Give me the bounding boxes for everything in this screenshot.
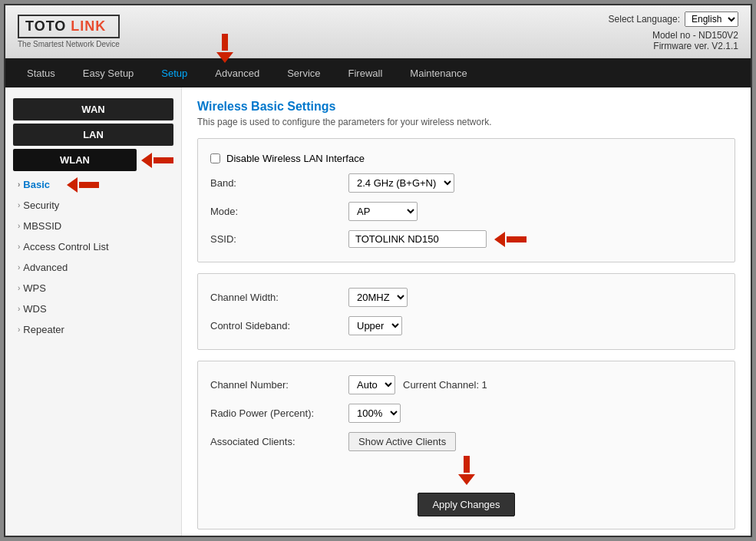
nav-advanced[interactable]: Advanced [201,58,273,87]
logo-area: TOTO LINK The Smartest Network Device [18,15,120,48]
channel-number-control: Auto 123 456 Current Channel: 1 [348,375,487,394]
radio-power-select[interactable]: 100% 75% 50% 25% [348,404,401,423]
ssid-control [348,230,527,248]
radio-power-row: Radio Power (Percent): 100% 75% 50% 25% [210,399,722,427]
basic-arrow [67,177,99,193]
section-power: Channel Number: Auto 123 456 Current Cha… [197,361,735,529]
content-area: Wireless Basic Settings This page is use… [182,87,751,536]
firmware-version: Firmware ver. V2.1.1 [609,41,738,51]
sidebar-mbssid[interactable]: › MBSSID [5,216,181,236]
sidebar-wlan-btn[interactable]: WLAN [13,149,137,171]
nav-container: Status Easy Setup Setup Advanced Service… [5,58,751,87]
disable-wireless-label: Disable Wireless LAN Interface [226,153,365,164]
show-clients-button[interactable]: Show Active Clients [348,432,456,451]
channel-number-select[interactable]: Auto 123 456 [348,375,395,394]
sideband-row: Control Sideband: Upper Lower [210,312,722,340]
mbssid-chevron: › [18,222,20,230]
channel-width-label: Channel Width: [210,292,348,303]
wlan-arrow [141,153,173,168]
radio-power-control: 100% 75% 50% 25% [348,404,401,423]
model-number: Model no - ND150V2 [609,30,738,41]
associated-label: Associated Clients: [210,436,348,447]
sideband-select[interactable]: Upper Lower [348,316,402,335]
channel-number-label: Channel Number: [210,379,348,391]
sidebar-wps[interactable]: › WPS [5,278,181,299]
channel-width-control: 20MHZ 40MHZ [348,288,408,307]
mode-select[interactable]: AP Client WDS AP+WDS [348,202,418,221]
acl-chevron: › [18,242,20,251]
ssid-arrow [494,232,527,247]
ssid-input[interactable] [348,230,487,248]
disable-wireless-checkbox[interactable] [210,153,220,163]
mode-row: Mode: AP Client WDS AP+WDS [210,197,722,226]
wds-chevron: › [18,305,20,313]
sideband-control: Upper Lower [348,316,402,335]
main-area: WAN LAN WLAN › Basic › [5,87,751,536]
ssid-label: SSID: [210,233,348,245]
sidebar-advanced[interactable]: › Advanced [5,257,181,278]
setup-arrow-indicator [216,34,233,63]
nav-service[interactable]: Service [273,58,334,87]
logo-toto: TOTO [25,18,66,34]
section-basic: Disable Wireless LAN Interface Band: 2.4… [197,138,735,262]
band-control: 2.4 GHz (B+G+N) 2.4 GHz (B+G) 2.4 GHz (N… [348,173,454,193]
security-chevron: › [18,201,20,209]
logo-tagline: The Smartest Network Device [18,40,120,48]
associated-control: Show Active Clients [348,432,456,451]
sidebar-acl[interactable]: › Access Control List [5,236,181,257]
nav-easy-setup[interactable]: Easy Setup [69,58,148,87]
header-right: Select Language: English Model no - ND15… [609,12,738,51]
nav-status[interactable]: Status [13,58,69,87]
channel-number-row: Channel Number: Auto 123 456 Current Cha… [210,371,722,399]
nav-firewall[interactable]: Firewall [335,58,397,87]
sideband-label: Control Sideband: [210,320,348,332]
sidebar-basic[interactable]: › Basic [5,174,62,195]
band-row: Band: 2.4 GHz (B+G+N) 2.4 GHz (B+G) 2.4 … [210,169,722,197]
ssid-row: SSID: [210,226,722,252]
nav-maintenance[interactable]: Maintenance [396,58,480,87]
page-description: This page is used to configure the param… [197,117,735,127]
lang-label: Select Language: [609,14,680,25]
page-title: Wireless Basic Settings [197,100,735,114]
sidebar-repeater[interactable]: › Repeater [5,319,181,340]
sidebar-wds[interactable]: › WDS [5,299,181,319]
apply-arrow-container: Apply Changes [210,456,722,516]
sidebar-lan-btn[interactable]: LAN [13,124,173,146]
apply-changes-button[interactable]: Apply Changes [418,493,514,516]
logo-link: LINK [71,18,106,34]
apply-arrow [458,456,475,485]
band-label: Band: [210,177,348,189]
logo: TOTO LINK [18,15,120,38]
mode-control: AP Client WDS AP+WDS [348,202,418,221]
sidebar: WAN LAN WLAN › Basic › [5,87,182,536]
associated-row: Associated Clients: Show Active Clients [210,427,722,456]
basic-chevron: › [18,180,20,189]
lang-row: Select Language: English [609,12,738,27]
header: TOTO LINK The Smartest Network Device Se… [5,5,751,58]
channel-width-select[interactable]: 20MHZ 40MHZ [348,288,408,307]
nav-setup[interactable]: Setup [147,58,201,87]
mode-label: Mode: [210,206,348,217]
wps-chevron: › [18,284,20,292]
lang-select[interactable]: English [685,12,738,27]
radio-power-label: Radio Power (Percent): [210,407,348,419]
current-channel: Current Channel: 1 [403,379,487,391]
sidebar-security[interactable]: › Security [5,195,181,216]
band-select[interactable]: 2.4 GHz (B+G+N) 2.4 GHz (B+G) 2.4 GHz (N… [348,173,454,193]
advanced-chevron: › [18,263,20,272]
channel-width-row: Channel Width: 20MHZ 40MHZ [210,283,722,312]
disable-row: Disable Wireless LAN Interface [210,148,722,169]
sidebar-wan-btn[interactable]: WAN [13,98,173,120]
repeater-chevron: › [18,325,20,334]
section-channel: Channel Width: 20MHZ 40MHZ Control Sideb… [197,273,735,350]
nav-bar: Status Easy Setup Setup Advanced Service… [5,58,751,87]
